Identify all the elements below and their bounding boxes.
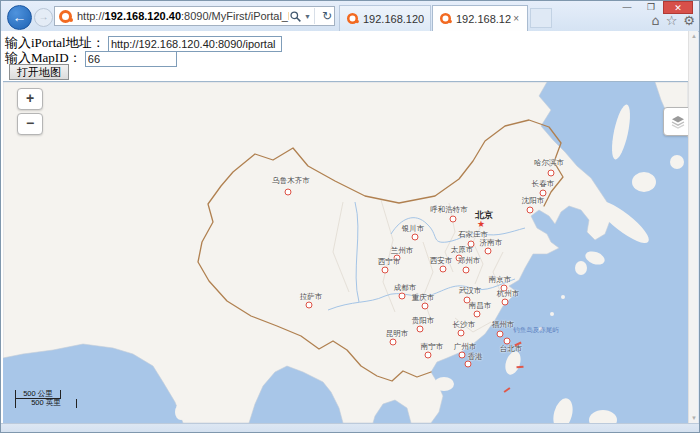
city-label: 南京市 <box>489 275 512 285</box>
city-label: 沈阳市 <box>522 196 545 206</box>
mapid-input[interactable] <box>85 51 177 67</box>
site-favicon-icon <box>59 10 72 23</box>
url-host: 192.168.120.40 <box>105 10 181 22</box>
city-label: 重庆市 <box>412 293 435 303</box>
city-label: 昆明市 <box>386 329 409 339</box>
window-bottom-frame <box>1 423 700 433</box>
capital-star-icon: ★ <box>477 220 485 229</box>
city-marker <box>497 331 504 338</box>
city-marker <box>463 267 470 274</box>
city-label: 郑州市 <box>458 256 481 266</box>
scale-miles: 500 英里 <box>15 399 77 408</box>
browser-chrome: ← → http://192.168.120.40:8090/MyFirst/i… <box>1 1 700 32</box>
tab-close-icon[interactable]: × <box>511 13 521 24</box>
city-marker <box>459 352 466 359</box>
city-label: 南昌市 <box>469 301 492 311</box>
city-label: 太原市 <box>451 245 474 255</box>
city-label: 济南市 <box>480 238 503 248</box>
city-label: 贵阳市 <box>412 316 435 326</box>
divider <box>314 8 315 24</box>
search-dropdown-icon[interactable]: ▼ <box>304 13 311 20</box>
map-viewport[interactable]: 乌鲁木齐市哈尔滨市长春市沈阳市呼和浩特市银川市石家庄市济南市太原市兰州市西宁市西… <box>3 81 688 423</box>
city-marker <box>502 299 509 306</box>
layers-button[interactable] <box>663 107 688 136</box>
vertical-scrollbar[interactable]: ▲ ▼ <box>688 31 698 423</box>
city-marker <box>417 326 424 333</box>
city-marker <box>382 267 389 274</box>
back-button[interactable]: ← <box>7 5 32 30</box>
minimize-button[interactable]: — <box>615 1 639 14</box>
url-prefix: http:// <box>77 10 105 22</box>
tab-label: 192.168.120.40 <box>363 13 424 25</box>
forward-button[interactable]: → <box>34 8 53 27</box>
tab-1[interactable]: 192.168.120.40 <box>339 5 431 31</box>
city-marker <box>390 339 397 346</box>
zoom-in-button[interactable]: + <box>17 88 43 110</box>
search-icon[interactable] <box>289 10 302 23</box>
city-label: 银川市 <box>402 224 425 234</box>
tab-favicon-icon <box>440 13 451 24</box>
layers-icon <box>670 114 686 130</box>
browser-window: ← → http://192.168.120.40:8090/MyFirst/i… <box>0 0 700 433</box>
mapid-label: 输入MapID： <box>5 50 82 65</box>
city-label: 呼和浩特市 <box>430 205 468 215</box>
city-label: 拉萨市 <box>300 292 323 302</box>
city-marker <box>425 352 432 359</box>
city-marker <box>422 303 429 310</box>
zoom-out-button[interactable]: − <box>17 113 43 135</box>
new-tab-button[interactable] <box>530 8 552 28</box>
city-marker <box>527 207 534 214</box>
refresh-icon[interactable]: ↻ <box>322 9 332 23</box>
city-marker <box>485 248 492 255</box>
address-url[interactable]: http://192.168.120.40:8090/MyFirst/iPort… <box>77 10 289 22</box>
disputed-islands-label: 钓鱼岛及赤尾屿 <box>513 326 559 335</box>
city-label: 福州市 <box>492 320 515 330</box>
browser-toolbar-icons: ⌂ ☆ ⚙ <box>651 13 695 28</box>
city-label: 广州市 <box>454 342 477 352</box>
url-path: :8090/MyFirst/iPortal_MapViewer.html <box>181 10 289 22</box>
home-icon[interactable]: ⌂ <box>651 13 659 28</box>
city-marker <box>440 266 447 273</box>
address-bar-controls: ▼ ↻ <box>289 8 332 24</box>
favorites-icon[interactable]: ☆ <box>666 13 678 28</box>
city-marker <box>285 189 292 196</box>
city-label: 乌鲁木齐市 <box>272 176 310 186</box>
city-label: 西宁市 <box>378 257 401 267</box>
tab-2-active[interactable]: 192.168.120.40 × <box>432 5 528 31</box>
scroll-up-icon[interactable]: ▲ <box>689 33 699 39</box>
city-marker <box>474 311 481 318</box>
city-marker <box>412 234 419 241</box>
scale-bar: 500 公里 500 英里 <box>15 390 77 408</box>
city-marker <box>458 330 465 337</box>
address-bar[interactable]: http://192.168.120.40:8090/MyFirst/iPort… <box>54 6 335 26</box>
city-label: 西安市 <box>430 256 453 266</box>
city-label: 武汉市 <box>459 286 482 296</box>
city-label: 南宁市 <box>421 342 444 352</box>
city-marker <box>399 293 406 300</box>
city-label: 台北市 <box>500 344 523 354</box>
city-layer: 乌鲁木齐市哈尔滨市长春市沈阳市呼和浩特市银川市石家庄市济南市太原市兰州市西宁市西… <box>3 82 688 423</box>
iportal-address-label: 输入iPortal地址： <box>5 35 105 50</box>
scroll-down-icon[interactable]: ▼ <box>689 415 699 421</box>
boundary-dash <box>516 366 523 369</box>
city-marker <box>306 302 313 309</box>
settings-icon[interactable]: ⚙ <box>683 13 695 28</box>
boundary-dash <box>504 387 511 393</box>
city-marker <box>504 338 511 345</box>
city-label: 长春市 <box>532 179 555 189</box>
city-label: 杭州市 <box>497 289 520 299</box>
page-content: 输入iPortal地址： 输入MapID： 打开地图 <box>1 31 688 423</box>
tab-label: 192.168.120.40 <box>456 13 511 25</box>
city-marker <box>548 170 555 177</box>
open-map-button[interactable]: 打开地图 <box>9 64 69 80</box>
city-marker <box>465 361 472 368</box>
city-marker <box>450 216 457 223</box>
city-label: 哈尔滨市 <box>534 158 564 168</box>
zoom-control: + − <box>17 88 43 138</box>
city-label: 成都市 <box>394 283 417 293</box>
tab-favicon-icon <box>347 13 358 24</box>
city-label: 长沙市 <box>453 320 476 330</box>
